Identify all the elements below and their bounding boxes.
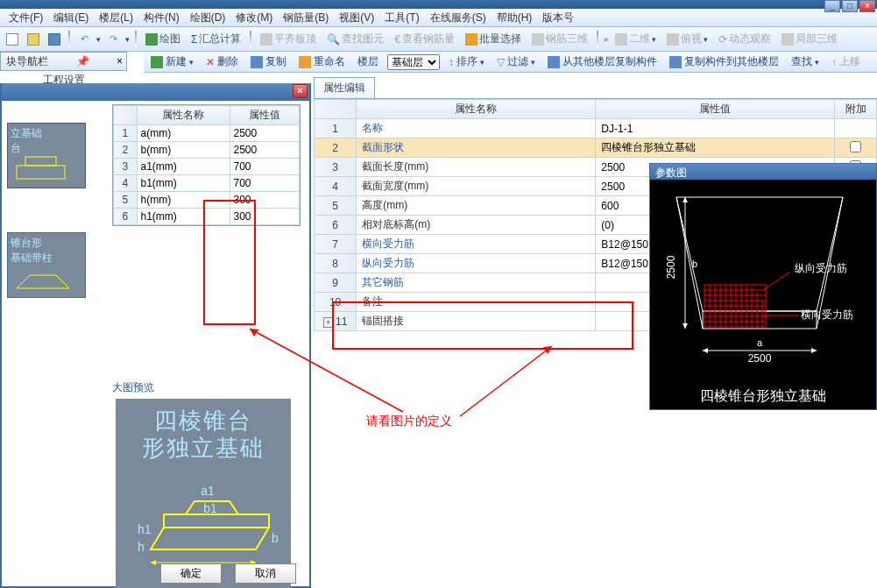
menu-component[interactable]: 构件(N) [138, 9, 185, 27]
2d-button[interactable]: 二维▾ [612, 30, 660, 48]
separator [135, 31, 137, 48]
nav-pin-icon[interactable]: 📌 [73, 55, 93, 67]
extra-checkbox[interactable] [850, 141, 861, 152]
prop-name[interactable]: 横向受力筋 [357, 235, 596, 254]
view-rebar-button[interactable]: €查看钢筋量 [391, 30, 458, 48]
cancel-button[interactable]: 取消 [235, 563, 296, 584]
menu-view[interactable]: 视图(V) [334, 9, 379, 27]
redo-icon[interactable]: ↷ [104, 31, 122, 48]
draw-button[interactable]: 绘图 [142, 30, 184, 48]
move-up-button[interactable]: ↑上移 [828, 53, 864, 71]
dialog-close-button[interactable]: × [293, 84, 308, 98]
find-button[interactable]: 查找▾ [788, 53, 823, 71]
sort-button[interactable]: ↕排序▾ [445, 53, 488, 71]
delete-component-button[interactable]: ✕删除 [202, 53, 242, 71]
copy-to-button[interactable]: 复制构件到其他楼层 [666, 53, 782, 71]
minimize-button[interactable]: _ [824, 0, 840, 12]
level-top-button[interactable]: 平齐板顶 [257, 30, 320, 48]
prop-value[interactable]: DJ-1-1 [596, 119, 835, 138]
copy-from-button[interactable]: 从其他楼层复制构件 [544, 53, 661, 71]
menu-rebar[interactable]: 钢筋量(B) [278, 9, 334, 27]
param-window-title[interactable]: 参数图 [650, 164, 876, 180]
param-value[interactable]: 2500 [230, 142, 300, 159]
preview-title-2: 形独立基础 [124, 435, 282, 462]
prop-name[interactable]: 截面宽度(mm) [357, 177, 596, 196]
open-doc-icon[interactable] [25, 31, 42, 48]
dialog-param-table[interactable]: 属性名称属性值 1a(mm)25002b(mm)25003a1(mm)7004b… [112, 104, 301, 226]
copy-component-button[interactable]: 复制 [247, 53, 290, 71]
menu-online[interactable]: 在线服务(S) [425, 9, 492, 27]
copy-icon [251, 56, 263, 68]
floor-select[interactable]: 基础层 [387, 54, 440, 70]
sum-calc-button[interactable]: Σ汇总计算 [187, 30, 244, 48]
rename-button[interactable]: 重命名 [295, 53, 349, 71]
table-row[interactable]: 5h(mm)300 [114, 192, 300, 209]
menu-tools[interactable]: 工具(T) [379, 9, 424, 27]
dialog-thumb-2[interactable]: 锥台形 基础带柱 [7, 232, 86, 298]
prop-name[interactable]: 高度(mm) [357, 196, 596, 216]
prop-name[interactable]: 截面长度(mm) [357, 158, 596, 177]
nav-panel-header: 块导航栏 📌 × [0, 52, 127, 71]
svg-marker-53 [683, 197, 688, 202]
bird-view-button[interactable]: 俯视▾ [663, 30, 711, 48]
table-row[interactable]: 2b(mm)2500 [114, 142, 300, 159]
copy-to-icon [669, 56, 682, 68]
table-row[interactable]: 4b1(mm)700 [114, 175, 300, 192]
param-value[interactable]: 700 [230, 159, 300, 175]
prop-name[interactable]: 锚固搭接 [357, 312, 596, 331]
param-value[interactable]: 300 [230, 209, 300, 225]
filter-button[interactable]: ▽过滤▾ [493, 53, 539, 71]
menu-floor[interactable]: 楼层(L) [94, 9, 138, 27]
close-button[interactable]: × [859, 0, 875, 12]
param-name: h1(mm) [137, 209, 230, 225]
batch-select-button[interactable]: 批量选择 [462, 30, 525, 48]
table-row[interactable]: 1名称DJ-1-1 [315, 119, 877, 138]
table-row[interactable]: 6h1(mm)300 [114, 209, 300, 225]
table-row[interactable]: 1a(mm)2500 [114, 125, 300, 142]
dynamic-obs-button[interactable]: ⟳动态观察 [715, 30, 774, 48]
save-doc-icon[interactable] [46, 31, 63, 48]
undo-dropdown[interactable]: ▾ [96, 35, 101, 44]
extra-cell [835, 138, 877, 158]
row-num: +11 [315, 312, 357, 331]
toolbar-overflow[interactable]: » [604, 35, 608, 44]
dialog-title-bar[interactable]: × [2, 83, 309, 101]
rebar-3d-button[interactable]: 钢筋三维 [528, 30, 591, 48]
new-component-button[interactable]: 新建▾ [147, 53, 197, 71]
menu-version[interactable]: 版本号 [537, 9, 579, 27]
param-value[interactable]: 700 [230, 175, 300, 192]
find-elem-button[interactable]: 🔍查找图元 [323, 30, 387, 48]
dialog-thumb-1[interactable]: 立基础 台 [7, 123, 86, 188]
maximize-button[interactable]: □ [842, 0, 858, 12]
ok-button[interactable]: 确定 [160, 563, 222, 584]
prop-name[interactable]: 相对底标高(m) [357, 216, 596, 235]
prop-name[interactable]: 名称 [357, 119, 596, 138]
rename-icon [299, 56, 311, 68]
new-doc-icon[interactable] [4, 31, 21, 48]
svg-text:2500: 2500 [748, 352, 772, 365]
param-value[interactable]: 2500 [230, 125, 300, 142]
table-row[interactable]: 2截面形状四棱锥台形独立基础 [315, 138, 877, 158]
svg-text:b: b [272, 531, 279, 545]
table-row[interactable]: 3a1(mm)700 [114, 159, 300, 175]
prop-name[interactable]: 纵向受力筋 [357, 254, 596, 273]
undo-icon[interactable]: ↶ [75, 31, 93, 48]
nav-close-icon[interactable]: × [113, 55, 126, 67]
menu-file[interactable]: 文件(F) [4, 9, 48, 27]
row-num: 1 [315, 119, 357, 138]
param-value[interactable]: 300 [230, 192, 300, 209]
prop-value[interactable]: 四棱锥台形独立基础 [596, 138, 835, 158]
menu-modify[interactable]: 修改(M) [230, 9, 278, 27]
prop-name[interactable]: 截面形状 [357, 138, 596, 158]
menu-draw[interactable]: 绘图(D) [185, 9, 231, 27]
svg-text:h: h [138, 540, 145, 554]
redo-dropdown[interactable]: ▾ [125, 35, 130, 44]
prop-name[interactable]: 备注 [357, 293, 596, 312]
menu-edit[interactable]: 编辑(E) [48, 9, 94, 27]
expand-icon[interactable]: + [323, 317, 333, 328]
menu-help[interactable]: 帮助(H) [492, 9, 538, 27]
title-bar [0, 0, 877, 9]
prop-name[interactable]: 其它钢筋 [357, 273, 596, 293]
prop-edit-tab[interactable]: 属性编辑 [314, 77, 375, 98]
local-3d-button[interactable]: 局部三维 [778, 30, 841, 48]
